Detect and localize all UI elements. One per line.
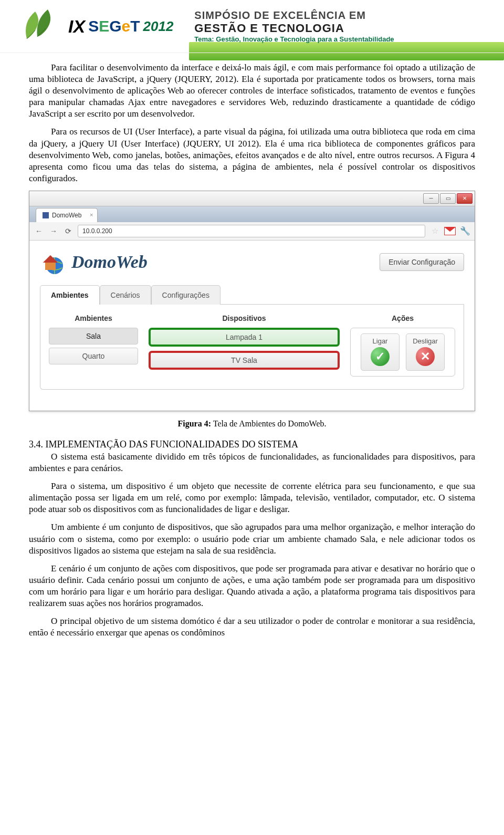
actions-group: Ligar ✓ Desligar ✕ bbox=[350, 328, 455, 377]
url-text: 10.0.0.200 bbox=[82, 227, 112, 235]
window-titlebar: ─ ▭ ✕ bbox=[29, 191, 475, 206]
ambiente-sala[interactable]: Sala bbox=[49, 328, 138, 345]
ligar-button[interactable]: Ligar ✓ bbox=[361, 333, 400, 371]
figure-4-caption: Figura 4: Tela de Ambientes do DomoWeb. bbox=[29, 419, 475, 429]
column-header-dispositivos: Dispositivos bbox=[149, 314, 340, 322]
browser-tabbar: DomoWeb × bbox=[29, 206, 475, 222]
logo-seget: SEGeT bbox=[88, 17, 140, 35]
send-config-button[interactable]: Enviar Configuração bbox=[380, 253, 464, 271]
paragraph-3: O sistema está basicamente dividido em t… bbox=[29, 451, 475, 474]
tab-ambientes[interactable]: Ambientes bbox=[40, 285, 100, 305]
leaf-icon bbox=[16, 5, 63, 47]
browser-address-bar: ← → ⟳ 10.0.0.200 ☆ 🔧 bbox=[29, 222, 475, 241]
window-maximize-button[interactable]: ▭ bbox=[440, 193, 456, 204]
page-content: Para facilitar o desenvolvimento da inte… bbox=[0, 53, 504, 661]
conference-logo: IX SEGeT 2012 bbox=[68, 16, 173, 37]
paragraph-5: Um ambiente é um conjunto de dispositivo… bbox=[29, 521, 475, 556]
app-header: DomoWeb Enviar Configuração bbox=[40, 249, 464, 275]
browser-tab[interactable]: DomoWeb × bbox=[36, 208, 98, 222]
browser-window: ─ ▭ ✕ DomoWeb × ← → ⟳ 10.0.0.200 ☆ 🔧 bbox=[29, 191, 475, 411]
column-ambientes: Ambientes Sala Quarto bbox=[49, 314, 138, 377]
column-header-ambientes: Ambientes bbox=[49, 314, 138, 322]
paragraph-7: O principal objetivo de um sistema domót… bbox=[29, 615, 475, 639]
gmail-icon[interactable] bbox=[444, 227, 456, 235]
bookmark-star-icon[interactable]: ☆ bbox=[429, 226, 440, 236]
conference-theme: Tema: Gestão, Inovação e Tecnologia para… bbox=[194, 35, 394, 43]
back-icon[interactable]: ← bbox=[34, 226, 44, 236]
columns-row: Ambientes Sala Quarto Dispositivos Lampa… bbox=[49, 314, 455, 377]
device-tv-sala[interactable]: TV Sala bbox=[149, 351, 340, 370]
conference-header: IX SEGeT 2012 SIMPÓSIO DE EXCELÊNCIA EM … bbox=[0, 0, 504, 53]
section-3-4-title: 3.4. IMPLEMENTAÇÃO DAS FUNCIONALIDADES D… bbox=[29, 439, 475, 450]
url-input[interactable]: 10.0.0.200 bbox=[78, 225, 425, 237]
house-globe-icon bbox=[40, 249, 66, 275]
conference-title-block: SIMPÓSIO DE EXCELÊNCIA EM GESTÃO E TECNO… bbox=[194, 9, 394, 43]
tab-close-icon[interactable]: × bbox=[90, 212, 93, 218]
browser-tab-title: DomoWeb bbox=[52, 212, 81, 219]
check-icon: ✓ bbox=[371, 347, 390, 366]
tab-configuracoes[interactable]: Configurações bbox=[151, 285, 220, 305]
app-panel: Ambientes Sala Quarto Dispositivos Lampa… bbox=[40, 305, 464, 390]
app-tabs: Ambientes Cenários Configurações bbox=[40, 285, 464, 305]
paragraph-2: Para os recursos de UI (User Interface),… bbox=[29, 126, 475, 184]
column-header-acoes: Ações bbox=[350, 314, 455, 322]
conference-title-line1: SIMPÓSIO DE EXCELÊNCIA EM bbox=[194, 9, 394, 22]
ambiente-quarto[interactable]: Quarto bbox=[49, 348, 138, 364]
figure-caption-bold: Figura 4: bbox=[177, 419, 211, 428]
column-dispositivos: Dispositivos Lampada 1 TV Sala bbox=[149, 314, 340, 377]
reload-icon[interactable]: ⟳ bbox=[63, 226, 74, 236]
app-name: DomoWeb bbox=[71, 252, 148, 272]
favicon-icon bbox=[43, 212, 49, 218]
tab-cenarios[interactable]: Cenários bbox=[100, 285, 151, 305]
paragraph-6: E cenário é um conjunto de ações com dis… bbox=[29, 563, 475, 609]
cross-icon: ✕ bbox=[416, 347, 435, 366]
window-close-button[interactable]: ✕ bbox=[457, 193, 472, 204]
paragraph-4: Para o sistema, um dispositivo é um obje… bbox=[29, 481, 475, 515]
column-acoes: Ações Ligar ✓ Desligar ✕ bbox=[350, 314, 455, 377]
app-logo: DomoWeb bbox=[40, 249, 148, 275]
logo-year: 2012 bbox=[143, 18, 174, 35]
domoweb-app: DomoWeb Enviar Configuração Ambientes Ce… bbox=[29, 241, 475, 411]
forward-icon[interactable]: → bbox=[48, 226, 59, 236]
settings-wrench-icon[interactable]: 🔧 bbox=[460, 226, 470, 236]
device-lampada-1[interactable]: Lampada 1 bbox=[149, 328, 340, 347]
paragraph-1: Para facilitar o desenvolvimento da inte… bbox=[29, 62, 475, 120]
logo-ix: IX bbox=[68, 16, 85, 37]
conference-title-line2: GESTÃO E TECNOLOGIA bbox=[194, 22, 394, 35]
desligar-button[interactable]: Desligar ✕ bbox=[406, 333, 445, 371]
ligar-label: Ligar bbox=[361, 337, 399, 345]
window-minimize-button[interactable]: ─ bbox=[423, 193, 439, 204]
desligar-label: Desligar bbox=[406, 337, 444, 345]
figure-caption-text: Tela de Ambientes do DomoWeb. bbox=[211, 419, 326, 428]
